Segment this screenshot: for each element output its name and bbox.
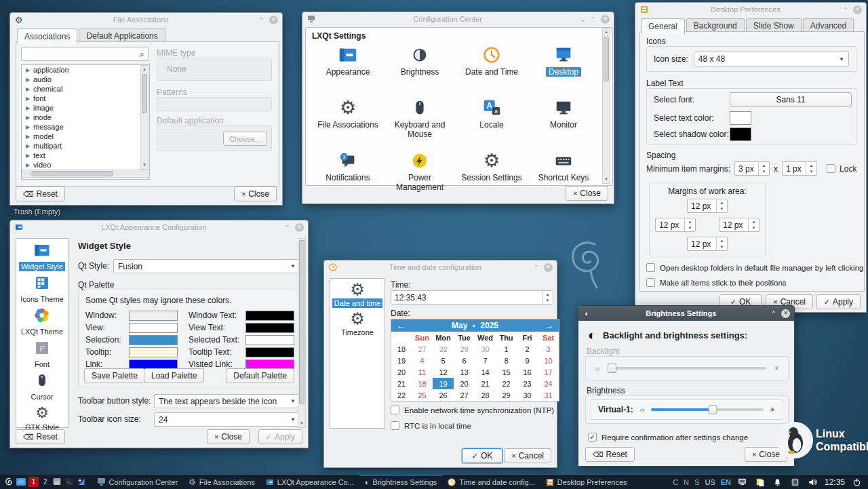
clock[interactable]: 12:35	[825, 477, 845, 487]
tray-letter[interactable]: N	[684, 478, 689, 486]
expand-icon[interactable]: ▶	[26, 115, 30, 121]
expand-icon[interactable]: ▶	[26, 162, 30, 168]
calendar-next-icon[interactable]: →	[545, 321, 553, 330]
margin-bottom-spinbox[interactable]: 12 px▲▼	[687, 237, 728, 251]
calendar-day[interactable]: 29	[454, 343, 475, 355]
save-palette-button[interactable]: Save Palette	[84, 368, 145, 383]
task-brightness-settings[interactable]: ◐ Brightness Settings	[359, 475, 442, 489]
checkbox[interactable]	[391, 406, 399, 414]
titlebar[interactable]: ⚙ File Associations ⌃✕	[10, 13, 282, 26]
sidebar-item-widget-style[interactable]: Widget Style	[16, 239, 68, 271]
margin-left-spinbox[interactable]: 12 px▲▼	[655, 218, 696, 232]
time-spinbox[interactable]: 12:35:43▲▼	[391, 290, 553, 305]
content-vertical-scrollbar[interactable]: ▼	[298, 238, 306, 428]
color-swatch-view-text[interactable]	[245, 323, 294, 333]
rollup-icon[interactable]: ⌃	[534, 264, 539, 271]
calendar-day[interactable]: 27	[454, 389, 475, 401]
tray-letter[interactable]: S	[694, 478, 699, 486]
sidebar-item-icons-theme[interactable]: Icons Theme	[16, 271, 68, 304]
tab-general[interactable]: General	[641, 18, 685, 34]
close-icon[interactable]: ✕	[295, 223, 304, 232]
calendar-day[interactable]: 22	[496, 378, 517, 389]
calendar-day[interactable]: 30	[475, 343, 496, 355]
calendar-day[interactable]: 28	[433, 343, 454, 355]
margin-x-spinbox[interactable]: 3 px▲▼	[734, 161, 770, 176]
tree-vertical-scrollbar[interactable]: ▲▼	[140, 65, 149, 170]
tree-horizontal-scrollbar[interactable]	[22, 170, 149, 178]
toolbar-size-dropdown[interactable]: 24▼	[154, 412, 300, 427]
settings-item-monitor[interactable]: Monitor	[528, 96, 599, 149]
removable-media-icon[interactable]	[789, 476, 802, 488]
workspace-2-button[interactable]: 2	[40, 478, 51, 486]
calendar-day[interactable]: 6	[454, 355, 475, 366]
close-icon[interactable]: ✕	[853, 5, 862, 14]
settings-item-notifications[interactable]: ! Notifications	[312, 149, 384, 202]
tree-item[interactable]: ▶model	[22, 132, 149, 141]
sidebar-item-gtk-style[interactable]: ⚙ GTK Style	[16, 402, 68, 432]
select-font-button[interactable]: Sans 11	[730, 92, 852, 107]
checkbox-checked[interactable]: ✓	[588, 433, 597, 442]
calendar-day[interactable]: 30	[517, 389, 538, 401]
task-configuration-center[interactable]: Configuration Center	[92, 475, 184, 489]
choose-button[interactable]: Choose...	[223, 132, 267, 146]
calendar-day[interactable]: 24	[538, 378, 559, 389]
default-palette-button[interactable]: Default Palette	[226, 368, 294, 383]
tree-item[interactable]: ▶chemical	[22, 84, 149, 94]
icon-size-dropdown[interactable]: 48 x 48▼	[694, 52, 849, 66]
color-swatch-selected-text[interactable]	[245, 335, 294, 345]
color-swatch-tooltip[interactable]	[129, 347, 178, 357]
sidebar-item-date-time[interactable]: ⚙ Date and time	[330, 279, 384, 308]
titlebar[interactable]: Time and date configuration ⌃✕	[324, 260, 557, 274]
tree-item[interactable]: ▶image	[22, 103, 149, 113]
settings-item-session[interactable]: ⚙ Session Settings	[456, 149, 528, 202]
expand-icon[interactable]: ▶	[26, 77, 30, 83]
tree-item[interactable]: ▶multipart	[22, 141, 149, 151]
calendar-day[interactable]: 27	[412, 343, 433, 355]
color-swatch-view[interactable]	[129, 323, 178, 333]
settings-item-keyboard-mouse[interactable]: Keyboard and Mouse	[384, 96, 456, 149]
calendar-day[interactable]: 3	[538, 343, 559, 355]
close-button[interactable]: ×Close	[566, 186, 608, 201]
settings-vertical-scrollbar[interactable]: ▲▼	[602, 28, 610, 184]
calendar-day[interactable]: 8	[496, 355, 517, 366]
load-palette-button[interactable]: Load Palette	[144, 368, 204, 383]
apply-button[interactable]: ✓Apply	[258, 429, 302, 444]
rollup-icon[interactable]: ⌃	[259, 16, 264, 24]
calendar-day[interactable]: 23	[517, 378, 538, 389]
calendar-month[interactable]: May	[452, 321, 467, 330]
titlebar[interactable]: LXQt Appearance Configuration ⌃✕	[10, 220, 308, 234]
rollup-icon[interactable]: ⌃	[285, 224, 290, 231]
ok-button[interactable]: ✓OK	[462, 448, 502, 463]
sidebar-item-timezone[interactable]: ⚙ Timezone	[330, 308, 384, 337]
calendar-day[interactable]: 2	[517, 343, 538, 355]
calendar-day[interactable]: 13	[454, 366, 475, 378]
clipboard-icon[interactable]	[754, 476, 766, 488]
calendar-day[interactable]: 21	[475, 378, 496, 389]
task-file-associations[interactable]: ⚙ File Associations	[183, 475, 260, 489]
titlebar[interactable]: Configuration Center ⌄⌃✕	[302, 12, 614, 26]
calendar-day[interactable]: 12	[433, 366, 454, 378]
rtc-checkbox-row[interactable]: RTC is in local time	[391, 421, 471, 430]
calendar-day[interactable]: 16	[517, 366, 538, 378]
close-icon[interactable]: ✕	[269, 16, 278, 24]
settings-item-brightness[interactable]: Brightness	[384, 43, 456, 96]
close-icon[interactable]: ✕	[781, 309, 790, 318]
tree-item[interactable]: ▶font	[22, 94, 149, 103]
calendar-day[interactable]: 28	[475, 389, 496, 401]
settings-item-power[interactable]: Power Management	[384, 149, 456, 202]
margin-right-spinbox[interactable]: 12 px▲▼	[719, 218, 760, 232]
keyboard-layout-indicator[interactable]: EN	[721, 478, 731, 486]
calendar-day[interactable]: 7	[475, 355, 496, 366]
calendar-day[interactable]: 5	[433, 355, 454, 366]
sidebar-item-lxqt-theme[interactable]: LXQt Theme	[16, 304, 68, 336]
calendar-day[interactable]: 20	[454, 378, 475, 389]
rollup-icon[interactable]: ⌃	[843, 6, 848, 14]
network-icon[interactable]	[736, 476, 749, 488]
cancel-button[interactable]: ×Cancel	[504, 448, 551, 463]
backlight-slider[interactable]	[608, 364, 766, 373]
color-swatch-window-text[interactable]	[245, 311, 294, 321]
calendar-day[interactable]: 11	[412, 366, 433, 378]
close-button[interactable]: ×Close	[234, 187, 277, 201]
power-icon[interactable]	[850, 476, 863, 488]
settings-item-file-associations[interactable]: ⚙ File Associations	[312, 96, 384, 149]
